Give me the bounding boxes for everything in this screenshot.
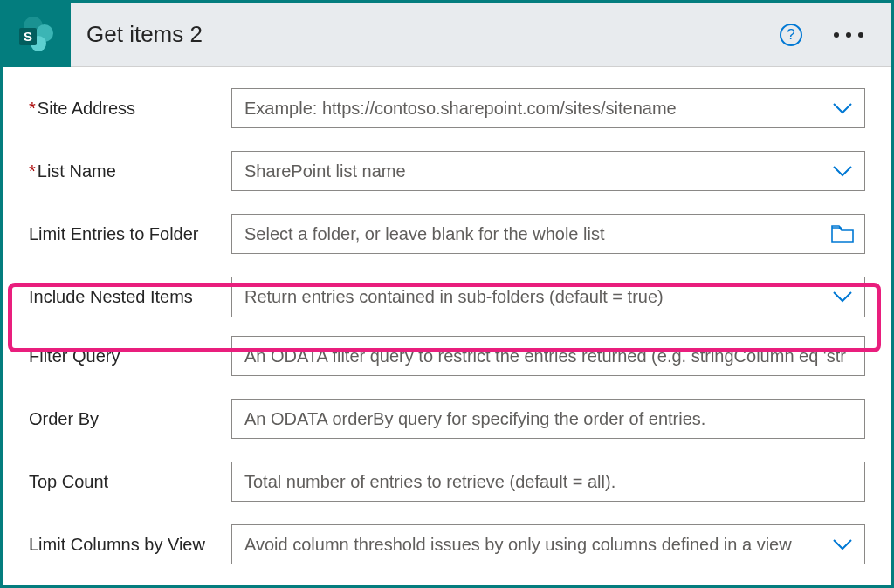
field-row-limit-columns: Limit Columns by View Avoid column thres…	[29, 524, 865, 564]
sharepoint-icon: S	[16, 14, 58, 56]
card-title: Get items 2	[86, 21, 780, 48]
label-site-address: * Site Address	[29, 99, 231, 119]
chevron-down-icon[interactable]	[830, 159, 855, 183]
label-limit-entries: Limit Entries to Folder	[29, 224, 231, 244]
limit-columns-input[interactable]: Avoid column threshold issues by only us…	[231, 524, 865, 564]
label-limit-columns: Limit Columns by View	[29, 535, 231, 555]
sharepoint-icon-tile: S	[3, 3, 71, 67]
label-order-by: Order By	[29, 409, 231, 429]
label-filter-query: Filter Query	[29, 346, 231, 366]
field-row-site-address: * Site Address Example: https://contoso.…	[29, 88, 865, 128]
required-indicator: *	[29, 99, 36, 119]
top-count-input[interactable]: Total number of entries to retrieve (def…	[231, 462, 865, 502]
chevron-down-icon[interactable]	[830, 532, 855, 557]
filter-query-input[interactable]: An ODATA filter query to restrict the en…	[231, 336, 865, 376]
label-list-name: * List Name	[29, 161, 231, 181]
order-by-input[interactable]: An ODATA orderBy query for specifying th…	[231, 399, 865, 439]
help-icon[interactable]: ?	[780, 24, 802, 46]
limit-entries-input[interactable]: Select a folder, or leave blank for the …	[231, 214, 865, 254]
card-header: S Get items 2 ?	[3, 3, 891, 67]
required-indicator: *	[29, 161, 36, 181]
field-row-list-name: * List Name SharePoint list name	[29, 151, 865, 191]
field-row-filter-query: Filter Query An ODATA filter query to re…	[29, 336, 865, 376]
site-address-input[interactable]: Example: https://contoso.sharepoint.com/…	[231, 88, 865, 128]
label-top-count: Top Count	[29, 472, 231, 492]
field-row-order-by: Order By An ODATA orderBy query for spec…	[29, 399, 865, 439]
field-row-limit-entries: Limit Entries to Folder Select a folder,…	[29, 214, 865, 254]
list-name-input[interactable]: SharePoint list name	[231, 151, 865, 191]
folder-icon[interactable]	[830, 222, 855, 246]
field-row-include-nested: Include Nested Items Return entries cont…	[29, 277, 865, 317]
field-row-top-count: Top Count Total number of entries to ret…	[29, 462, 865, 502]
svg-text:S: S	[24, 29, 32, 44]
chevron-down-icon[interactable]	[830, 284, 855, 309]
label-include-nested: Include Nested Items	[29, 287, 231, 307]
more-menu-icon[interactable]	[827, 25, 870, 44]
include-nested-input[interactable]: Return entries contained in sub-folders …	[231, 277, 865, 317]
action-card: S Get items 2 ? * Site Address Example: …	[0, 0, 894, 588]
card-body: * Site Address Example: https://contoso.…	[3, 67, 891, 588]
chevron-down-icon[interactable]	[830, 96, 855, 120]
